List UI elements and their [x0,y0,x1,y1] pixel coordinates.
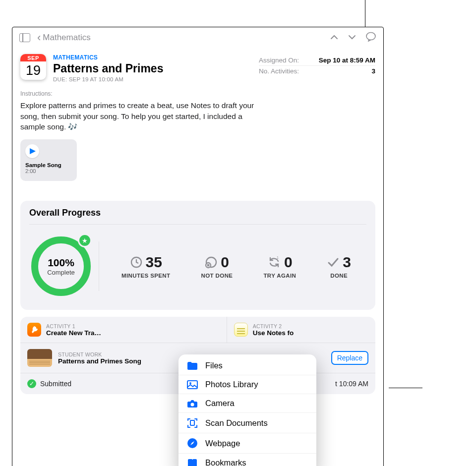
progress-ring: 100% Complete ★ [29,233,95,299]
sample-title: Sample Song [25,162,72,168]
assignment-title: Patterns and Primes [53,62,163,75]
minutes-value: 35 [146,254,162,271]
menu-item-camera[interactable]: Camera [178,394,316,413]
compass-icon [186,438,198,449]
camera-icon [186,399,198,408]
done-value: 3 [343,254,351,271]
assignment-header: SEP 19 MATHEMATICS Patterns and Primes D… [12,48,383,86]
play-button[interactable] [25,144,39,158]
calendar-icon: SEP 19 [20,54,46,80]
instructions-body: Explore patterns and primes to create a … [20,100,268,132]
assigned-on-value: Sep 10 at 8:59 AM [319,57,375,64]
try-again-value: 0 [284,254,293,271]
callout-line-right [389,388,422,388]
star-badge-icon: ★ [78,233,92,247]
stat-done: 3 DONE [327,254,351,279]
overall-progress-title: Overall Progress [29,208,366,225]
scan-icon [186,417,198,428]
progress-complete-label: Complete [47,269,75,276]
folder-icon [186,361,198,370]
menu-item-files[interactable]: Files [178,356,316,375]
sample-duration: 2:00 [25,168,72,174]
calendar-month: SEP [20,54,46,61]
back-label: Mathematics [43,33,90,43]
checkmark-icon [327,256,340,269]
divider [99,241,99,291]
activity-2[interactable]: ACTIVITY 2 Use Notes fo [227,317,375,343]
activity-1-label: ACTIVITY 1 [46,323,101,329]
activity-1[interactable]: ACTIVITY 1 Create New Tra… [20,317,227,343]
instructions-block: Instructions: Explore patterns and prime… [12,86,383,132]
menu-item-camera-label: Camera [205,399,235,408]
chevron-down-icon[interactable] [348,33,357,42]
svg-point-10 [191,403,194,406]
stat-try-again: 1 0 TRY AGAIN [263,254,296,279]
activity-1-name: Create New Tra… [46,329,101,337]
menu-item-files-label: Files [205,361,223,370]
subject-label: MATHEMATICS [53,54,163,61]
replace-button[interactable]: Replace [331,351,368,365]
photos-icon [186,380,198,389]
activities-count-label: No. Activities: [259,67,299,75]
menu-item-scan-label: Scan Documents [205,418,268,428]
menu-item-bookmarks-label: Bookmarks [205,458,246,466]
due-label: DUE: SEP 19 AT 10:00 AM [53,76,163,82]
overall-progress-panel: Overall Progress 100% Complete ★ 35 MINU… [20,201,375,310]
not-done-icon [205,256,218,269]
activity-2-label: ACTIVITY 2 [253,323,294,329]
menu-item-webpage-label: Webpage [205,439,240,448]
toolbar: ‹ Mathematics [12,27,383,48]
not-done-label: NOT DONE [201,273,233,279]
menu-item-webpage[interactable]: Webpage [178,433,316,454]
back-button[interactable]: ‹ Mathematics [37,32,91,43]
activity-2-name: Use Notes fo [253,329,294,337]
menu-item-photos-label: Photos Library [205,380,258,389]
try-again-icon: 1 [267,256,281,269]
callout-line-top [365,0,365,31]
svg-point-9 [189,382,191,384]
notes-icon [234,323,248,337]
submitted-check-icon: ✓ [27,379,36,388]
chevron-left-icon: ‹ [37,32,41,43]
try-again-label: TRY AGAIN [263,273,296,279]
garageband-icon [27,323,41,337]
svg-rect-11 [190,420,194,425]
meta-block: Assigned On: Sep 10 at 8:59 AM No. Activ… [259,54,375,82]
attach-source-menu: Files Photos Library Camera Scan Documen… [178,354,316,466]
activities-count-value: 3 [371,67,375,75]
calendar-day: 19 [20,61,46,80]
message-icon[interactable] [365,32,376,44]
menu-item-scan[interactable]: Scan Documents [178,413,316,433]
minutes-label: MINUTES SPENT [121,273,171,279]
menu-item-bookmarks[interactable]: Bookmarks [178,454,316,466]
song-thumbnail [27,349,52,367]
stat-minutes: 35 MINUTES SPENT [121,254,171,279]
submitted-time: t 10:09 AM [335,380,368,388]
not-done-value: 0 [221,254,229,271]
svg-marker-1 [30,148,36,154]
clock-icon [130,256,143,269]
stat-not-done: 0 NOT DONE [201,254,233,279]
svg-point-0 [366,33,375,40]
svg-rect-8 [187,381,197,389]
sample-song-card[interactable]: Sample Song 2:00 [20,139,77,181]
bookmarks-icon [186,459,198,466]
progress-percent: 100% [48,257,74,269]
svg-text:1: 1 [277,256,279,259]
menu-item-photos[interactable]: Photos Library [178,375,316,394]
done-label: DONE [330,273,348,279]
app-window: ‹ Mathematics SEP 19 MATHEMATICS Pattern… [12,27,384,466]
instructions-label: Instructions: [20,90,375,97]
chevron-up-icon[interactable] [330,33,339,42]
sidebar-toggle-icon[interactable] [19,33,30,42]
assigned-on-label: Assigned On: [259,57,299,64]
